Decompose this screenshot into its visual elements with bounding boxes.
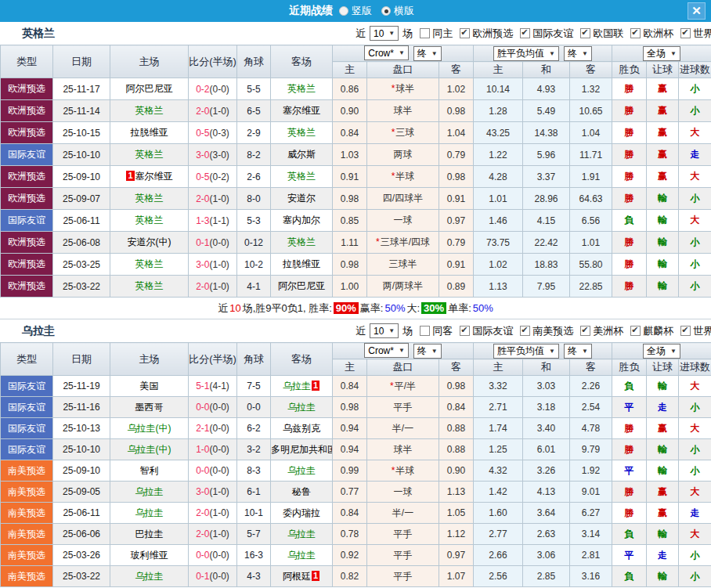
competition-label[interactable]: 南美预选 <box>532 324 573 338</box>
full-time-score: 0-1 <box>196 571 209 582</box>
summary-part: 30% <box>421 302 446 314</box>
mean-home: 1.46 <box>474 210 523 232</box>
handicap-value: 球半 <box>394 105 413 116</box>
home-team-cell: 玻利维亚 <box>110 545 189 566</box>
corner-count: 2-9 <box>237 122 271 144</box>
column-header-goals: 进球数 <box>679 62 711 78</box>
competition-label[interactable]: 欧洲预选 <box>472 27 513 41</box>
mean-home: 4.32 <box>474 460 523 482</box>
result-goals: 大 <box>679 418 711 439</box>
mean-home: 1.42 <box>474 482 523 503</box>
mean-draw: 5.49 <box>523 100 570 122</box>
corner-count: 10-2 <box>237 254 271 276</box>
mean-home: 1.22 <box>474 144 523 166</box>
competition-label[interactable]: 世界杯 <box>693 324 711 338</box>
same-venue-checkbox[interactable] <box>420 28 430 38</box>
competition-label[interactable]: 欧国联 <box>593 27 623 41</box>
home-odds: 0.84 <box>333 122 367 144</box>
competition-checkbox[interactable] <box>580 326 590 336</box>
column-header-type: 类型 <box>1 343 53 376</box>
half-time-score: (0-0) <box>210 423 229 434</box>
crow-select[interactable]: Crow*▼ <box>364 45 409 60</box>
handicap-cell: 球半 <box>367 439 439 460</box>
competition-checkbox[interactable] <box>580 28 590 38</box>
match-count-select[interactable]: 10▼ <box>370 26 399 41</box>
column-header-away: 客场 <box>271 45 333 78</box>
home-team-cell: 英格兰 <box>110 144 189 166</box>
results-table: 类型日期主场比分(半场)角球客场Crow*▼终▼胜平负均值▼终▼全场▼主盘口客主… <box>0 45 711 298</box>
handicap-cell: 半/一 <box>367 503 439 524</box>
column-header-handicap: 盘口 <box>367 62 439 78</box>
final-odds-select[interactable]: 终▼ <box>413 46 442 61</box>
half-time-score: (1-0) <box>210 259 229 270</box>
match-count-select[interactable]: 10▼ <box>370 323 399 338</box>
competition-checkbox[interactable] <box>630 326 641 336</box>
competition-label[interactable]: 世界杯 <box>693 27 711 41</box>
table-row: 欧洲预选25-10-15拉脱维亚0-5(0-3)2-9英格兰0.84*三球1.0… <box>1 122 711 144</box>
away-team-name: 英格兰 <box>287 236 316 247</box>
result-handicap: 赢 <box>647 503 679 524</box>
competition-label[interactable]: 国际友谊 <box>532 27 573 41</box>
horizontal-layout-label[interactable]: 横版 <box>394 4 414 18</box>
away-team-name: 乌拉圭 <box>287 465 316 476</box>
away-team-cell: 威尔斯 <box>271 144 333 166</box>
full-match-select[interactable]: 全场▼ <box>643 344 680 359</box>
competition-checkbox[interactable] <box>460 326 470 336</box>
same-venue-label[interactable]: 同主 <box>432 27 453 41</box>
competition-label[interactable]: 欧洲杯 <box>643 27 673 41</box>
same-venue-checkbox[interactable] <box>420 326 430 336</box>
result-handicap: 赢 <box>647 166 679 188</box>
mean-home: 4.28 <box>474 166 523 188</box>
home-odds: 0.90 <box>333 100 367 122</box>
away-team-cell: 乌拉圭 <box>271 460 333 482</box>
competition-label[interactable]: 国际友谊 <box>472 324 513 338</box>
score-cell: 2-0(1-0) <box>189 524 237 545</box>
full-time-score: 2-0 <box>196 507 209 518</box>
chevron-down-icon: ▼ <box>431 50 438 57</box>
mean-home: 1.60 <box>474 503 523 524</box>
full-match-select[interactable]: 全场▼ <box>643 46 680 61</box>
final-odds-select[interactable]: 终▼ <box>413 344 442 359</box>
home-odds: 0.99 <box>333 460 367 482</box>
result-handicap: 輸 <box>647 254 679 276</box>
competition-checkbox[interactable] <box>680 326 691 336</box>
match-date: 25-06-06 <box>53 524 110 545</box>
mean-away: 3.14 <box>570 524 612 545</box>
competition-label[interactable]: 麒麟杯 <box>643 324 673 338</box>
vertical-layout-label[interactable]: 竖版 <box>352 4 372 18</box>
away-team-name: 乌拉圭 <box>283 381 311 391</box>
away-team-cell: 英格兰 <box>271 166 333 188</box>
crow-select[interactable]: Crow*▼ <box>364 343 409 358</box>
result-win-draw-loss: 平 <box>612 545 647 566</box>
competition-checkbox[interactable] <box>520 326 530 336</box>
half-time-score: (0-0) <box>210 444 229 455</box>
final-mean-select[interactable]: 终▼ <box>564 344 592 359</box>
competition-checkbox[interactable] <box>630 28 641 38</box>
column-header-type: 类型 <box>1 45 53 78</box>
match-date: 25-10-10 <box>53 439 110 460</box>
mean-select[interactable]: 胜平负均值▼ <box>493 344 559 359</box>
away-team-name: 安道尔 <box>287 193 316 204</box>
competition-checkbox[interactable] <box>460 28 470 38</box>
competition-label[interactable]: 美洲杯 <box>593 324 623 338</box>
close-icon[interactable]: ✕ <box>688 2 706 20</box>
match-date: 25-09-05 <box>53 482 110 503</box>
away-team-name: 乌拉圭 <box>287 550 316 561</box>
table-row: 欧洲预选25-03-25英格兰3-0(1-0)10-2拉脱维亚0.98三球半0.… <box>1 254 711 276</box>
competition-checkbox[interactable] <box>680 28 691 38</box>
home-team-name: 拉脱维亚 <box>131 127 168 138</box>
section-header: 英格兰近10▼场同主欧洲预选国际友谊欧国联欧洲杯世界杯 <box>0 22 711 45</box>
full-time-score: 5-1 <box>196 381 209 391</box>
handicap-cell: *平/半 <box>367 376 439 397</box>
vertical-layout-radio[interactable] <box>339 6 348 16</box>
final-mean-select[interactable]: 终▼ <box>564 46 592 61</box>
mean-select[interactable]: 胜平负均值▼ <box>493 46 559 61</box>
same-venue-label[interactable]: 同客 <box>432 324 453 338</box>
result-win-draw-loss: 勝 <box>612 276 647 298</box>
away-odds: 0.88 <box>439 439 474 460</box>
score-cell: 0-1(0-0) <box>189 232 237 254</box>
competition-checkbox[interactable] <box>520 28 530 38</box>
horizontal-layout-radio[interactable] <box>381 6 391 16</box>
match-type-badge: 欧洲预选 <box>1 122 53 144</box>
corner-count: 6-5 <box>237 100 271 122</box>
